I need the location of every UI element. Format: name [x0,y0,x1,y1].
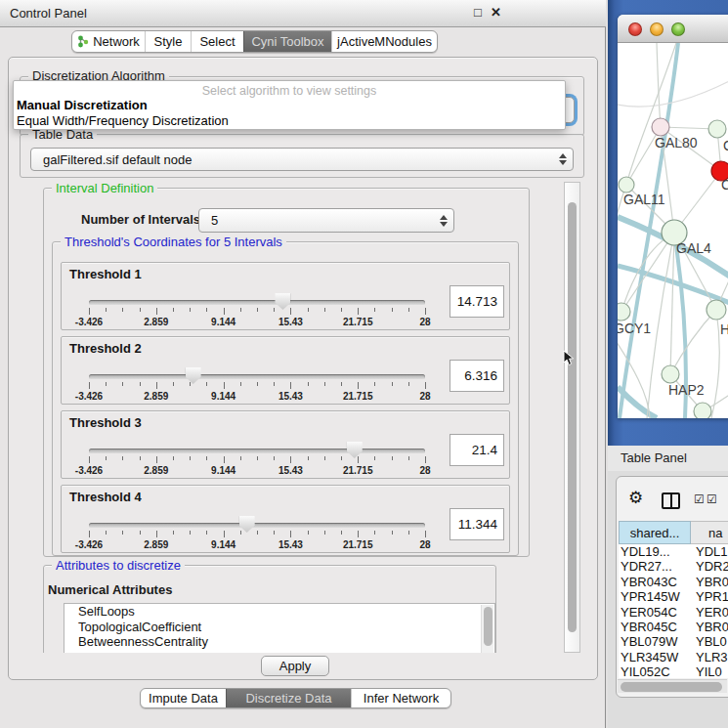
tick-label: 21.715 [336,391,379,402]
scrollbar-thumb[interactable] [621,682,722,692]
gear-icon[interactable]: ⚙ [628,490,643,506]
cell-shared-name[interactable]: YBL079W [619,634,691,649]
panel-scrollbar[interactable] [564,182,580,653]
slider-tick [408,308,409,312]
cell-shared-name[interactable]: YIL052C [619,664,691,678]
popup-item-equal-width-frequency[interactable]: Equal Width/Frequency Discretization [17,113,229,128]
list-scrollbar[interactable] [481,605,493,653]
table-row[interactable]: YBL079WYBL0 [619,634,728,649]
table-row[interactable]: YPR145WYPR1 [619,589,728,604]
close-traffic-light-icon[interactable] [628,22,642,36]
tab-cyni-toolbox[interactable]: Cyni Toolbox [243,31,331,52]
table-horizontal-scrollbar[interactable] [618,679,727,693]
column-layout-icon[interactable] [662,492,680,509]
tick-label: -3.426 [67,317,110,327]
table-row[interactable]: YLR345WYLR3 [619,650,728,664]
table-data-combobox[interactable]: galFiltered.sif default node [30,148,574,171]
slider-tick [425,308,426,315]
slider-track[interactable] [89,374,425,379]
tick-label: -3.426 [67,391,110,402]
network-graph: GAL80GCGAL11GAL4GCY1HHAP2 [618,43,728,418]
column-header-shared[interactable]: shared... [619,521,691,544]
tab-discretize-data[interactable]: Discretize Data [226,689,351,707]
control-panel-titlebar: Control Panel □ ✕ [0,0,606,27]
gal11-node[interactable] [619,177,634,193]
top-node[interactable] [708,120,726,138]
slider-track[interactable] [89,449,425,453]
cell-shared-name[interactable]: YDL19... [619,544,691,559]
table-row[interactable]: YBR045CYBR0 [619,620,728,634]
cell-name[interactable]: YDL1 [691,544,728,559]
cell-shared-name[interactable]: YLR345W [619,650,691,664]
right-node[interactable] [707,300,726,320]
cell-shared-name[interactable]: YPR145W [619,589,691,604]
zoom-traffic-light-icon[interactable] [671,22,685,36]
scrollbar-thumb[interactable] [568,202,577,632]
interval-definition-group: Interval Definition Number of Intervals … [43,188,530,557]
network-canvas[interactable]: GAL80GCGAL11GAL4GCY1HHAP2 [618,43,728,418]
cell-shared-name[interactable]: YER054C [619,605,691,620]
hap2-node[interactable] [662,365,679,383]
attributes-group: Attributes to discretize Numerical Attri… [43,565,496,653]
threshold-label: Threshold 3 [69,415,142,430]
slider-tick [374,308,375,312]
gal80-node[interactable] [652,118,669,136]
list-item[interactable]: TopologicalCoefficient [64,620,494,635]
tab-infer-network[interactable]: Infer Network [351,689,450,707]
table-row[interactable]: YER054CYER0 [619,605,728,620]
threshold-value-field[interactable]: 21.4 [450,434,504,466]
column-header-name[interactable]: na [691,521,728,544]
popup-item-manual-discretization[interactable]: Manual Discretization [17,98,148,112]
cell-name[interactable]: YBR0 [691,575,728,589]
tab-style[interactable]: Style [145,31,191,52]
threshold-value-field[interactable]: 11.344 [450,508,504,540]
threshold-value-field[interactable]: 6.316 [450,360,504,392]
table-row[interactable]: YDL19...YDL1 [619,544,728,559]
tab-select[interactable]: Select [191,31,243,52]
table-row[interactable]: YBR043CYBR0 [619,575,728,589]
cell-shared-name[interactable]: YBR043C [619,575,691,589]
cell-name[interactable]: YBR0 [691,620,728,634]
slider-tick [224,308,225,315]
cell-name[interactable]: YER0 [691,605,728,620]
slider-track[interactable] [89,300,425,305]
table-body: YDL19...YDL1YDR27...YDR2YBR043CYBR0YPR14… [619,544,728,678]
number-of-intervals-combobox[interactable]: 5 [198,208,454,233]
slider-tick [308,382,309,386]
cell-name[interactable]: YPR1 [691,589,728,604]
checkbox-icon[interactable]: ☑ [694,492,705,506]
tab-jactivemnodules[interactable]: jActiveMNodules [331,31,437,52]
slider-tick [341,531,342,535]
cell-name[interactable]: YBL0 [691,634,728,649]
tick-label: 9.144 [202,317,245,327]
threshold-value-field[interactable]: 14.713 [450,285,504,318]
slider-tick [341,382,342,386]
tick-label: 21.715 [336,465,379,476]
tab-network[interactable]: Network [72,31,145,52]
gcy1-node[interactable] [618,303,630,321]
slider-tick [257,308,258,312]
cell-shared-name[interactable]: YDR27... [619,559,691,574]
list-item[interactable]: BetweennessCentrality [64,634,494,650]
minimize-traffic-light-icon[interactable] [650,22,664,36]
slider-tick [308,308,309,312]
table-row[interactable]: YIL052CYIL0 [619,664,728,678]
close-icon[interactable]: ✕ [491,5,501,20]
table-row[interactable]: YDR27...YDR2 [619,559,728,574]
cell-name[interactable]: YDR2 [691,559,728,574]
checkbox-icon[interactable]: ☑ [707,492,717,506]
slider-tick [190,382,191,386]
tick-label: 21.715 [336,317,379,327]
slider-track[interactable] [89,523,425,528]
slider-tick [89,456,90,463]
list-item[interactable]: SelfLoops [64,604,494,620]
cell-name[interactable]: YIL0 [691,664,728,678]
combo-value: 5 [211,213,218,228]
apply-button[interactable]: Apply [261,656,329,676]
cell-shared-name[interactable]: YBR045C [619,620,691,634]
float-window-icon[interactable]: □ [474,5,482,20]
slider-tick [173,308,174,312]
tab-impute-data[interactable]: Impute Data [141,689,226,707]
cell-name[interactable]: YLR3 [691,650,728,664]
bottom-node[interactable] [694,403,711,418]
